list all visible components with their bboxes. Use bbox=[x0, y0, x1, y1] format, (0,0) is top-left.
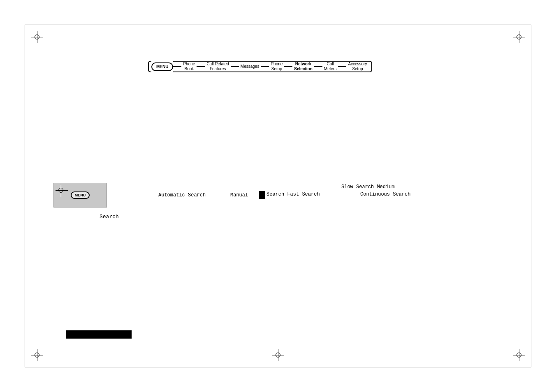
manual-label: Manual bbox=[230, 192, 248, 198]
automatic-search-label: Automatic Search bbox=[158, 192, 206, 198]
device-crosshair bbox=[56, 185, 66, 195]
nav-line-6 bbox=[314, 66, 322, 67]
nav-bar: MENU Phone Book Call Related Features Me… bbox=[148, 61, 372, 72]
menu-button-wrapper: MENU bbox=[148, 61, 173, 72]
nav-item-accessory-setup[interactable]: Accessory Setup bbox=[346, 62, 368, 71]
nav-line-1 bbox=[173, 66, 181, 67]
reg-mark-top-right bbox=[509, 27, 529, 47]
nav-item-network-selection[interactable]: Network Selection bbox=[292, 62, 314, 71]
nav-line-4 bbox=[261, 66, 269, 67]
search-fast-search-label: Search Fast Search bbox=[266, 191, 320, 197]
continuous-search-label: Continuous Search bbox=[360, 191, 410, 197]
nav-line-5 bbox=[284, 66, 292, 67]
border-left bbox=[25, 25, 25, 367]
bracket-right bbox=[369, 61, 372, 72]
reg-mark-bottom-right bbox=[509, 345, 529, 365]
reg-mark-bottom-center bbox=[268, 345, 288, 365]
reg-mark-top-left bbox=[27, 27, 47, 47]
border-top bbox=[25, 25, 531, 25]
nav-item-phone-book[interactable]: Phone Book bbox=[181, 62, 197, 71]
device-menu-label: MENU bbox=[75, 193, 86, 197]
nav-item-call-related[interactable]: Call Related Features bbox=[205, 62, 230, 71]
nav-line-7 bbox=[338, 66, 346, 67]
nav-items-container: Phone Book Call Related Features Message… bbox=[173, 61, 368, 72]
bracket-left bbox=[148, 61, 151, 72]
reg-mark-bottom-left bbox=[27, 345, 47, 365]
nav-item-phone-setup[interactable]: Phone Setup bbox=[269, 62, 284, 71]
menu-nav-button[interactable]: MENU bbox=[151, 62, 173, 71]
slow-search-medium-label: Slow Search Medium bbox=[341, 184, 395, 190]
nav-item-call-meters[interactable]: Call Meters bbox=[322, 62, 338, 71]
device-illustration: MENU bbox=[53, 183, 107, 208]
search-label: Search bbox=[100, 214, 119, 220]
nav-line-3 bbox=[231, 66, 239, 67]
border-right bbox=[531, 25, 531, 367]
nav-item-messages[interactable]: Messages bbox=[239, 64, 261, 69]
nav-line-2 bbox=[197, 66, 205, 67]
menu-label: MENU bbox=[156, 65, 168, 69]
device-menu-button[interactable]: MENU bbox=[71, 191, 90, 199]
black-bar bbox=[66, 330, 132, 339]
black-square-icon bbox=[259, 191, 265, 201]
border-bottom bbox=[25, 367, 531, 367]
